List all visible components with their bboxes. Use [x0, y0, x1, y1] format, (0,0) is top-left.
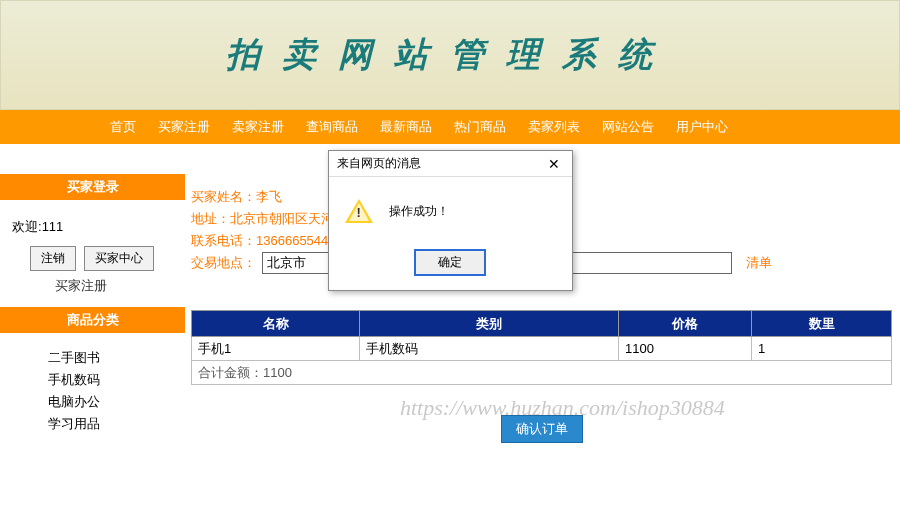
dialog-overlay: 来自网页的消息 ✕ ! 操作成功！ 确定: [0, 0, 900, 525]
dialog-title: 来自网页的消息: [337, 155, 421, 172]
alert-dialog: 来自网页的消息 ✕ ! 操作成功！ 确定: [328, 150, 573, 291]
warning-icon: !: [345, 197, 373, 225]
close-icon[interactable]: ✕: [544, 156, 564, 172]
dialog-ok-button[interactable]: 确定: [414, 249, 486, 276]
dialog-message: 操作成功！: [389, 203, 449, 220]
